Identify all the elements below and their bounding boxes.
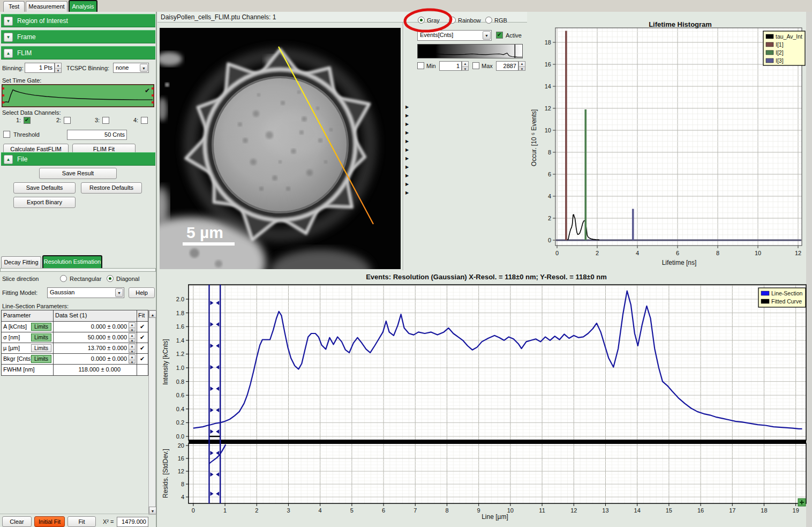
max-field[interactable]: 2887 (496, 61, 518, 71)
diagonal-radio[interactable] (107, 275, 114, 282)
display-source-dropdown[interactable]: Events[Cnts] (417, 30, 492, 41)
param-value[interactable]: 13.700 ± 0.000 (88, 345, 127, 351)
binning-stepper[interactable] (55, 63, 62, 73)
section-region-of-interest[interactable]: Region of Interest (1, 14, 155, 27)
chevron-up-icon[interactable] (4, 49, 13, 58)
tab-measurement[interactable]: Measurement (26, 1, 67, 12)
green-plus-icon[interactable] (798, 499, 806, 506)
export-binary-button[interactable]: Export Binary (13, 197, 76, 208)
fit-checkbox[interactable] (137, 332, 148, 343)
save-result-button[interactable]: Save Result (39, 168, 117, 179)
fitting-model-dropdown[interactable]: Gaussian (47, 287, 124, 298)
table-scrollbar[interactable] (148, 310, 156, 515)
rectangular-radio[interactable] (60, 275, 67, 282)
clear-button[interactable]: Clear (2, 516, 32, 527)
svg-text:18: 18 (761, 507, 767, 514)
chevron-down-icon[interactable] (115, 288, 123, 297)
dropdown-value: none (116, 64, 129, 71)
value-stepper[interactable] (129, 354, 136, 363)
min-field[interactable]: 1 (439, 61, 462, 71)
row-marker-icon[interactable]: ▶ (405, 154, 412, 163)
param-name: FWHM [nm] (3, 366, 35, 373)
param-value[interactable]: 50.000 ± 0.000 (88, 334, 127, 340)
restore-defaults-button[interactable]: Restore Defaults (81, 182, 142, 194)
svg-text:19: 19 (793, 507, 799, 514)
svg-text:0.6: 0.6 (176, 392, 184, 398)
neighbour-cell-spot (190, 248, 199, 258)
rainbow-radio[interactable] (449, 17, 456, 24)
fit-checkbox[interactable] (137, 354, 148, 364)
svg-text:0.2: 0.2 (176, 419, 184, 426)
active-checkbox[interactable] (496, 32, 503, 39)
channel-3-checkbox[interactable] (102, 117, 109, 124)
limits-button[interactable]: Limits (31, 323, 51, 331)
chevron-down-icon[interactable] (4, 17, 13, 26)
svg-text:14: 14 (545, 83, 551, 90)
param-value[interactable]: 0.000 ± 0.000 (91, 355, 127, 362)
value-stepper[interactable] (129, 344, 136, 353)
min-checkbox[interactable] (417, 62, 424, 69)
chevron-down-icon[interactable] (140, 64, 148, 72)
threshold-field[interactable]: 50 Cnts (67, 130, 127, 140)
section-file[interactable]: File (1, 152, 155, 166)
row-marker-icon[interactable]: ▶ (405, 189, 412, 197)
time-gate-widget[interactable]: ✔ (2, 84, 154, 107)
svg-text:14: 14 (634, 507, 641, 514)
channel-4-label: 4: (133, 117, 138, 123)
scroll-up-icon[interactable] (149, 310, 156, 318)
chevron-down-icon[interactable] (483, 31, 491, 40)
tcspc-binning-dropdown[interactable]: none (113, 63, 149, 73)
lifetime-histogram-chart: 024681012024681012141618tau_Av_IntI[1]I[… (528, 12, 812, 271)
min-stepper[interactable] (462, 61, 469, 71)
fit-button[interactable]: Fit (67, 516, 96, 527)
max-checkbox[interactable] (472, 62, 479, 69)
intensity-gradient-bar[interactable] (417, 44, 523, 58)
row-marker-icon[interactable]: ▶ (405, 180, 412, 189)
fit-checkbox[interactable] (137, 343, 148, 353)
row-marker-icon[interactable]: ▶ (405, 120, 412, 129)
rainbow-label: Rainbow (458, 17, 481, 24)
gray-radio[interactable] (418, 17, 425, 24)
min-label: Min (426, 63, 436, 69)
max-stepper[interactable] (518, 61, 525, 71)
save-defaults-button[interactable]: Save Defaults (13, 182, 76, 194)
chevron-up-icon[interactable] (4, 155, 13, 164)
tab-decay-fitting[interactable]: Decay Fitting (1, 256, 41, 269)
channel-1-checkbox[interactable] (24, 117, 31, 124)
tab-test[interactable]: Test (3, 1, 25, 12)
row-marker-icon[interactable]: ▶ (405, 137, 412, 146)
limits-button[interactable]: Limits (31, 333, 51, 342)
value-stepper[interactable] (129, 333, 136, 342)
initial-fit-button[interactable]: Initial Fit (34, 516, 65, 527)
flim-image-view[interactable]: 5 µm (160, 28, 401, 269)
row-marker-icon[interactable]: ▶ (405, 103, 412, 112)
channel-2-checkbox[interactable] (64, 117, 71, 124)
svg-text:I[2]: I[2] (776, 49, 784, 56)
limits-button[interactable]: Limits (31, 355, 51, 363)
legend: tau_Av_IntI[1]I[2]I[3] (763, 31, 805, 65)
channel-4-checkbox[interactable] (141, 117, 148, 124)
row-marker-icon[interactable]: ▶ (405, 129, 412, 137)
value-stepper[interactable] (129, 322, 136, 331)
help-button[interactable]: Help (129, 287, 155, 298)
chevron-down-icon[interactable] (4, 33, 13, 42)
row-marker-icon[interactable]: ▶ (405, 172, 412, 180)
scale-bar (183, 242, 235, 246)
section-flim[interactable]: FLIM (1, 46, 155, 60)
scroll-down-icon[interactable] (149, 507, 156, 514)
svg-text:20: 20 (178, 442, 184, 449)
rgb-radio[interactable] (485, 17, 492, 24)
binning-field[interactable]: 1 Pts (25, 63, 55, 73)
limits-button[interactable]: Limits (31, 344, 51, 352)
section-frame[interactable]: Frame (1, 30, 155, 43)
row-marker-icon[interactable]: ▶ (405, 163, 412, 172)
tab-analysis[interactable]: Analysis (69, 0, 97, 12)
svg-text:12: 12 (545, 105, 551, 112)
main-tab-bar: Test Measurement Analysis (0, 0, 812, 12)
row-marker-icon[interactable]: ▶ (405, 112, 412, 120)
threshold-checkbox[interactable] (3, 131, 10, 138)
tab-resolution-estimation[interactable]: Resolution Estimation (42, 255, 102, 269)
fit-checkbox[interactable] (137, 322, 148, 332)
row-marker-icon[interactable]: ▶ (405, 146, 412, 154)
param-value[interactable]: 0.000 ± 0.000 (91, 323, 127, 330)
